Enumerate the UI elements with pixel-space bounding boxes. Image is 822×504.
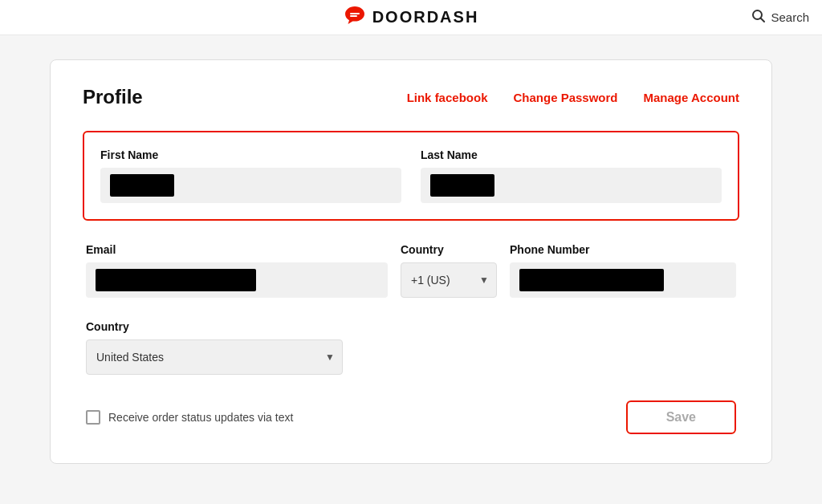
email-input-wrapper[interactable] xyxy=(86,262,388,298)
last-name-group: Last Name xyxy=(421,148,722,203)
bottom-row: Receive order status updates via text Sa… xyxy=(83,400,739,434)
search-button[interactable]: Search xyxy=(751,9,809,26)
link-facebook-button[interactable]: Link facebook xyxy=(407,91,488,104)
country-select-wrapper: United States Canada United Kingdom Aust… xyxy=(86,339,343,375)
logo: DOORDASH xyxy=(344,6,479,29)
email-label: Email xyxy=(86,243,388,256)
phone-label: Phone Number xyxy=(510,243,736,256)
main-content: Profile Link facebook Change Password Ma… xyxy=(0,35,822,488)
page-title: Profile xyxy=(83,86,143,108)
svg-line-1 xyxy=(761,18,765,22)
header: DOORDASH Search xyxy=(0,0,822,35)
country-code-select[interactable]: +1 (US) +1 (CA) +44 (UK) +61 (AU) xyxy=(401,262,497,298)
first-name-label: First Name xyxy=(100,148,401,161)
email-group: Email xyxy=(86,243,388,298)
last-name-input-wrapper[interactable] xyxy=(421,168,722,203)
sms-updates-text: Receive order status updates via text xyxy=(108,411,293,424)
first-name-redacted xyxy=(110,174,174,197)
save-button[interactable]: Save xyxy=(626,400,736,434)
profile-actions: Link facebook Change Password Manage Acc… xyxy=(407,91,739,104)
email-redacted xyxy=(96,269,256,291)
country-label: Country xyxy=(86,320,343,333)
name-row: First Name Last Name xyxy=(83,131,739,221)
search-icon xyxy=(751,9,766,26)
country-select[interactable]: United States Canada United Kingdom Aust… xyxy=(86,339,343,375)
phone-input-wrapper[interactable] xyxy=(510,262,736,298)
country-code-select-wrapper: +1 (US) +1 (CA) +44 (UK) +61 (AU) ▼ xyxy=(401,262,497,298)
first-name-input-wrapper[interactable] xyxy=(100,168,401,203)
sms-updates-label[interactable]: Receive order status updates via text xyxy=(86,410,293,425)
country-group: Country United States Canada United King… xyxy=(86,320,343,375)
country-code-label: Country xyxy=(401,243,497,256)
profile-header: Profile Link facebook Change Password Ma… xyxy=(83,86,739,108)
last-name-redacted xyxy=(430,174,494,197)
details-row: Email Country +1 (US) +1 (CA) +44 (UK) +… xyxy=(83,243,739,298)
sms-updates-checkbox[interactable] xyxy=(86,410,100,425)
doordash-logo-icon xyxy=(344,6,366,29)
profile-card: Profile Link facebook Change Password Ma… xyxy=(50,59,772,464)
phone-redacted xyxy=(519,269,664,291)
country-code-group: Country +1 (US) +1 (CA) +44 (UK) +61 (AU… xyxy=(401,243,497,298)
first-name-group: First Name xyxy=(100,148,401,203)
last-name-label: Last Name xyxy=(421,148,722,161)
search-label: Search xyxy=(771,10,809,24)
phone-group: Phone Number xyxy=(510,243,736,298)
logo-text: DOORDASH xyxy=(372,8,479,26)
manage-account-button[interactable]: Manage Account xyxy=(644,91,739,104)
change-password-button[interactable]: Change Password xyxy=(513,91,617,104)
country-section: Country United States Canada United King… xyxy=(83,320,739,375)
